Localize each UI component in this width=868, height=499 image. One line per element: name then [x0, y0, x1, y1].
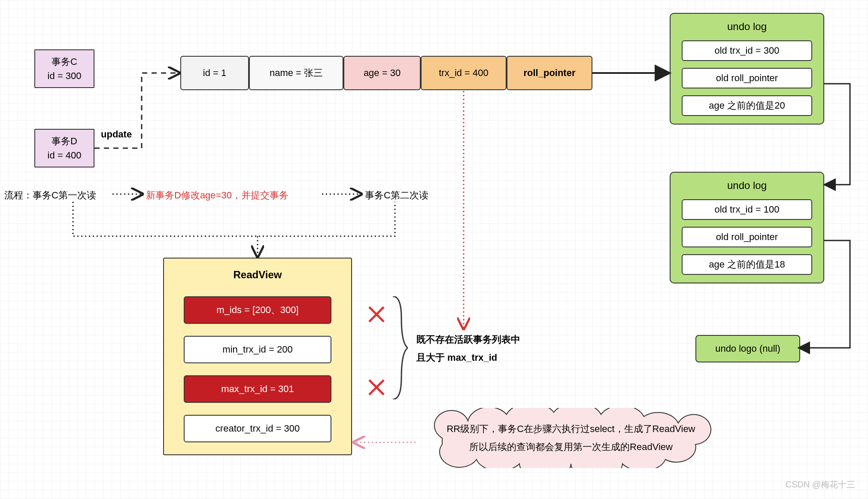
- diagram-canvas: 事务C id = 300 事务D id = 400 update id = 1 …: [0, 0, 868, 499]
- cross-icon-2: [367, 378, 386, 397]
- undo-log-2-trx: old trx_id = 100: [682, 199, 812, 220]
- undo-log-1-title: undo log: [727, 21, 767, 33]
- readview-max: max_trx_id = 301: [184, 375, 331, 403]
- cell-name: name = 张三: [249, 56, 343, 90]
- annotation-text: 既不存在活跃事务列表中 且大于 max_trx_id: [416, 331, 520, 367]
- flow-step2: 新事务D修改age=30，并提交事务: [146, 189, 288, 202]
- flow-step3: 事务C第二次读: [365, 189, 428, 202]
- flow-step1: 事务C第一次读: [33, 190, 96, 201]
- update-label: update: [101, 129, 132, 140]
- undo-null: undo logo (null): [695, 335, 800, 362]
- flow-prefix: 流程：事务C第一次读: [4, 189, 96, 202]
- transaction-c-id: id = 300: [48, 69, 82, 83]
- transaction-c-box: 事务C id = 300: [34, 49, 94, 88]
- brace-icon: [391, 296, 408, 399]
- annotation-line2: 且大于 max_trx_id: [416, 349, 520, 367]
- readview-creator: creator_trx_id = 300: [184, 415, 331, 442]
- cell-trx: trx_id = 400: [421, 56, 507, 90]
- cell-roll: roll_pointer: [507, 56, 592, 90]
- cell-age: age = 30: [343, 56, 421, 90]
- flow-prefix-text: 流程：: [4, 190, 33, 201]
- transaction-d-id: id = 400: [48, 148, 82, 162]
- undo-log-1-roll: old roll_pointer: [682, 68, 812, 88]
- undo-log-2-roll: old roll_pointer: [682, 227, 812, 247]
- readview-mids: m_ids = [200、300]: [184, 296, 331, 324]
- transaction-c-label: 事务C: [52, 55, 77, 69]
- watermark: CSDN @梅花十三: [785, 479, 855, 490]
- callout-cloud: RR级别下，事务C在步骤六执行过select，生成了ReadView 所以后续的…: [416, 408, 725, 468]
- callout-line2: 所以后续的查询都会复用第一次生成的ReadView: [446, 438, 695, 456]
- readview-box: ReadView m_ids = [200、300] min_trx_id = …: [163, 258, 352, 455]
- undo-log-1: undo log old trx_id = 300 old roll_point…: [670, 13, 824, 125]
- annotation-line1: 既不存在活跃事务列表中: [416, 331, 520, 349]
- undo-log-1-trx: old trx_id = 300: [682, 40, 812, 61]
- cross-icon-1: [367, 305, 386, 324]
- readview-title: ReadView: [234, 269, 282, 281]
- readview-min: min_trx_id = 200: [184, 336, 331, 363]
- undo-log-2-age: age 之前的值是18: [682, 254, 812, 275]
- callout-line1: RR级别下，事务C在步骤六执行过select，生成了ReadView: [446, 420, 695, 438]
- undo-log-2-title: undo log: [727, 180, 767, 192]
- undo-log-2: undo log old trx_id = 100 old roll_point…: [670, 172, 824, 283]
- cell-id: id = 1: [180, 56, 249, 90]
- transaction-d-label: 事务D: [52, 134, 77, 148]
- undo-log-1-age: age 之前的值是20: [682, 95, 812, 116]
- transaction-d-box: 事务D id = 400: [34, 129, 94, 167]
